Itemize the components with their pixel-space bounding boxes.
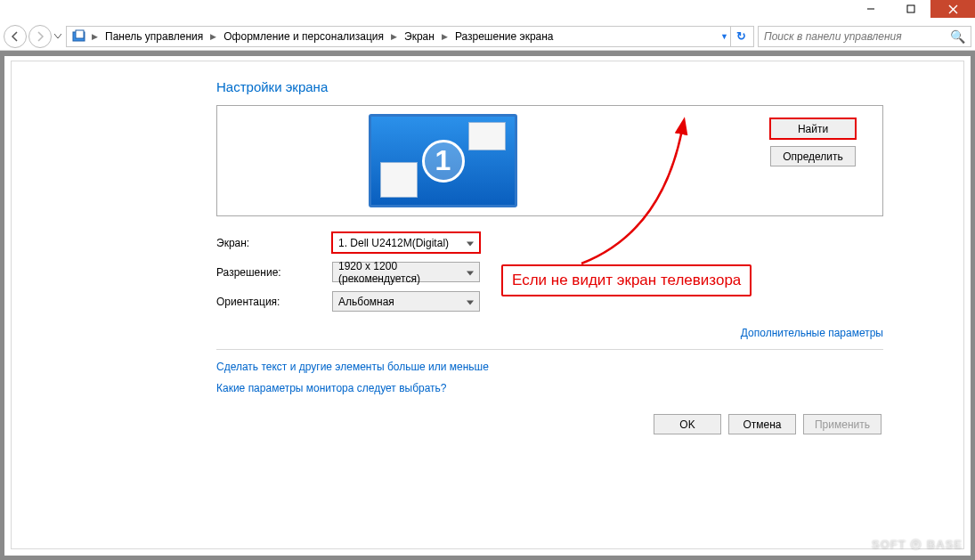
chevron-right-icon: ▶ <box>90 32 100 41</box>
chevron-right-icon: ▶ <box>440 32 450 41</box>
back-button[interactable] <box>4 25 27 48</box>
crumb-resolution[interactable]: Разрешение экрана <box>450 30 559 43</box>
forward-button[interactable] <box>28 25 52 48</box>
detect-button[interactable]: Найти <box>770 118 856 139</box>
display-preview-box: 1 Найти Определить <box>216 105 883 216</box>
chevron-right-icon: ▶ <box>389 32 399 41</box>
address-bar[interactable]: ▶ Панель управления ▶ Оформление и персо… <box>66 26 754 47</box>
svg-rect-5 <box>76 30 84 38</box>
apply-button[interactable]: Применить <box>803 414 882 434</box>
display-select[interactable]: 1. Dell U2412M(Digital) <box>332 232 480 253</box>
text-size-link[interactable]: Сделать текст и другие элементы больше и… <box>216 361 883 373</box>
monitor-number-badge: 1 <box>422 140 465 183</box>
orientation-label: Ориентация: <box>216 296 332 308</box>
annotation-text: Если не видит экран телевизора <box>512 272 741 288</box>
content-outer: Настройки экрана 1 Найти Определить Экра… <box>4 56 971 556</box>
monitor-thumbnail[interactable]: 1 <box>369 114 517 207</box>
resolution-select[interactable]: 1920 x 1200 (рекомендуется) <box>332 262 480 282</box>
history-dropdown-icon[interactable] <box>53 34 62 39</box>
refresh-button[interactable]: ↻ <box>730 27 752 46</box>
control-panel-icon <box>72 29 86 44</box>
which-settings-link[interactable]: Какие параметры монитора следует выбрать… <box>216 382 883 394</box>
page-title: Настройки экрана <box>216 79 883 94</box>
resolution-select-value: 1920 x 1200 (рекомендуется) <box>338 260 461 285</box>
advanced-settings-link[interactable]: Дополнительные параметры <box>741 327 883 339</box>
divider <box>216 349 883 350</box>
crumb-control-panel[interactable]: Панель управления <box>100 30 208 43</box>
search-icon[interactable]: 🔍 <box>950 29 965 44</box>
orientation-select[interactable]: Альбомная <box>332 291 480 312</box>
preview-window-icon <box>380 162 418 198</box>
preview-window-icon <box>468 122 506 150</box>
resolution-label: Разрешение: <box>216 266 332 279</box>
display-label: Экран: <box>216 237 332 249</box>
watermark: SOFT ⦿ BASE <box>872 538 963 551</box>
ok-button[interactable]: OK <box>654 414 721 434</box>
display-select-value: 1. Dell U2412M(Digital) <box>338 237 449 249</box>
cancel-button[interactable]: Отмена <box>728 414 796 434</box>
search-box[interactable]: 🔍 <box>758 26 971 47</box>
crumb-appearance[interactable]: Оформление и персонализация <box>218 30 389 43</box>
content-inner: Настройки экрана 1 Найти Определить Экра… <box>11 61 964 549</box>
nav-row: ▶ Панель управления ▶ Оформление и персо… <box>0 22 975 51</box>
orientation-select-value: Альбомная <box>338 296 394 308</box>
titlebar <box>0 0 975 22</box>
annotation-callout: Если не видит экран телевизора <box>501 264 752 296</box>
crumb-display[interactable]: Экран <box>399 30 440 43</box>
close-button[interactable] <box>930 0 975 18</box>
search-input[interactable] <box>764 30 950 43</box>
identify-button[interactable]: Определить <box>770 146 856 166</box>
chevron-right-icon: ▶ <box>208 32 218 41</box>
settings-panel: Настройки экрана 1 Найти Определить Экра… <box>216 79 883 434</box>
chevron-down-icon[interactable]: ▼ <box>719 32 730 41</box>
display-preview[interactable]: 1 <box>217 106 669 215</box>
svg-rect-1 <box>907 5 914 12</box>
minimize-button[interactable] <box>850 0 890 18</box>
maximize-button[interactable] <box>890 0 930 18</box>
